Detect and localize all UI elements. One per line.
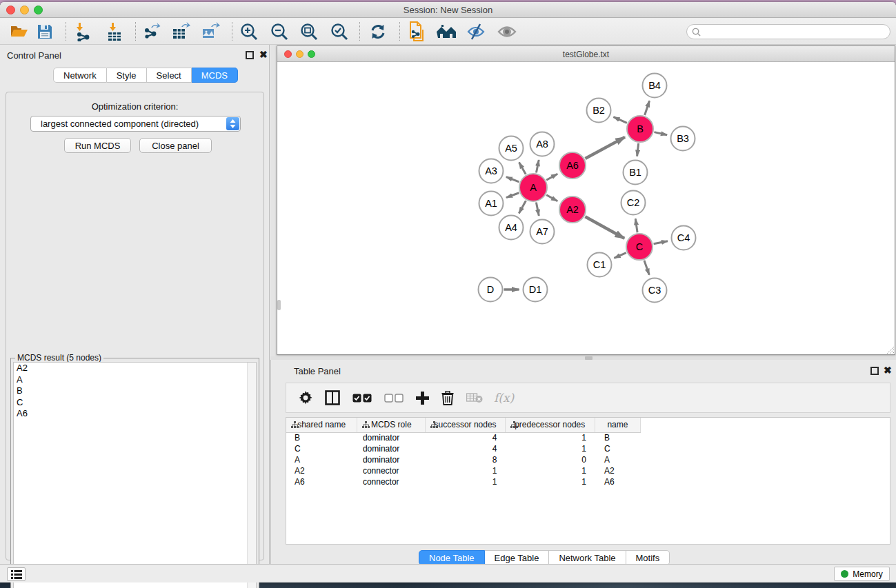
graph-edge-A6-B[interactable]: [585, 137, 625, 159]
close-panel-button[interactable]: Close panel: [139, 138, 212, 153]
graph-node-A8[interactable]: A8: [530, 132, 555, 156]
import-network-icon[interactable]: [73, 21, 95, 42]
add-column-icon[interactable]: [416, 392, 429, 405]
table-row[interactable]: Bdominator41B: [286, 432, 890, 443]
cell-predecessor-nodes[interactable]: 1: [505, 465, 595, 476]
graph-node-A1[interactable]: A1: [479, 192, 504, 216]
select-all-checkboxes-icon[interactable]: [352, 394, 372, 403]
deselect-all-checkboxes-icon[interactable]: [384, 394, 404, 403]
mcds-result-list[interactable]: A2ABCA6: [13, 362, 257, 588]
cell-MCDS-role[interactable]: dominator: [357, 432, 426, 443]
cell-MCDS-role[interactable]: connector: [357, 465, 426, 476]
graph-edge-A-A7[interactable]: [536, 203, 539, 216]
graph-node-B[interactable]: B: [627, 116, 653, 142]
tab-network[interactable]: Network: [53, 68, 107, 83]
graph-node-A2[interactable]: A2: [559, 196, 586, 223]
cell-MCDS-role[interactable]: dominator: [357, 443, 426, 454]
tab-style[interactable]: Style: [107, 68, 147, 83]
cell-successor-nodes[interactable]: 8: [426, 454, 506, 465]
cell-name[interactable]: B: [595, 432, 641, 443]
graph-edge-C-C3[interactable]: [644, 261, 649, 275]
cell-successor-nodes[interactable]: 1: [426, 465, 506, 476]
table-row[interactable]: A2connector11A2: [286, 465, 890, 476]
graph-node-A5[interactable]: A5: [499, 136, 524, 161]
graph-node-A6[interactable]: A6: [559, 152, 586, 179]
cell-name[interactable]: A: [595, 454, 641, 465]
search-field[interactable]: [686, 24, 890, 39]
graph-edge-A-A6[interactable]: [546, 174, 557, 180]
network-vertical-scrollbar[interactable]: [277, 300, 281, 310]
cell-MCDS-role[interactable]: dominator: [357, 454, 426, 465]
graph-edge-B-B4[interactable]: [645, 101, 650, 115]
close-table-panel-icon[interactable]: ✖: [884, 365, 892, 376]
graph-node-B3[interactable]: B3: [671, 127, 695, 151]
window-resize-grip[interactable]: [886, 345, 895, 354]
graph-node-C[interactable]: C: [626, 234, 653, 260]
float-table-panel-icon[interactable]: [870, 367, 879, 375]
column-header-name[interactable]: name: [595, 418, 641, 432]
cell-name[interactable]: C: [595, 443, 641, 454]
tab-edge-table[interactable]: Edge Table: [485, 550, 550, 565]
function-builder-icon[interactable]: f(x): [494, 391, 514, 405]
import-table-icon[interactable]: [104, 21, 126, 42]
graph-edge-A2-C[interactable]: [585, 216, 624, 239]
export-network-icon[interactable]: [141, 21, 163, 42]
cell-predecessor-nodes[interactable]: 1: [505, 432, 595, 443]
graph-node-A7[interactable]: A7: [530, 220, 555, 244]
tab-node-table[interactable]: Node Table: [419, 550, 485, 565]
cell-shared-name[interactable]: B: [286, 432, 357, 443]
cell-name[interactable]: A6: [595, 476, 641, 487]
zoom-out-icon[interactable]: [268, 21, 290, 42]
graph-edge-B-B1[interactable]: [637, 143, 639, 156]
criterion-dropdown[interactable]: largest connected component (directed): [30, 116, 241, 132]
tab-select[interactable]: Select: [147, 68, 192, 83]
delete-column-icon[interactable]: [441, 391, 454, 405]
hide-selected-icon[interactable]: [465, 21, 487, 42]
cell-predecessor-nodes[interactable]: 1: [505, 443, 595, 454]
memory-button[interactable]: Memory: [834, 567, 890, 581]
table-row[interactable]: A6connector11A6: [286, 476, 890, 487]
graph-edge-B-B3[interactable]: [654, 132, 667, 135]
tab-network-table[interactable]: Network Table: [549, 550, 626, 565]
cell-shared-name[interactable]: A2: [286, 465, 357, 476]
cell-shared-name[interactable]: A6: [286, 476, 357, 487]
cell-predecessor-nodes[interactable]: 0: [505, 454, 595, 465]
settings-gear-icon[interactable]: [299, 391, 312, 405]
graph-node-A3[interactable]: A3: [479, 159, 504, 183]
table-row[interactable]: Adominator80A: [286, 454, 890, 465]
float-panel-icon[interactable]: [246, 51, 254, 59]
graph-node-C1[interactable]: C1: [588, 253, 612, 277]
show-column-icon[interactable]: [325, 390, 340, 405]
table-row[interactable]: Cdominator41C: [286, 443, 890, 454]
cell-MCDS-role[interactable]: connector: [357, 476, 426, 487]
graph-node-D[interactable]: D: [479, 278, 503, 302]
run-mcds-button[interactable]: Run MCDS: [64, 138, 131, 153]
column-header-shared-name[interactable]: shared name: [286, 418, 357, 432]
tab-motifs[interactable]: Motifs: [626, 550, 670, 565]
close-panel-icon[interactable]: ✖: [259, 49, 268, 60]
zoom-fit-icon[interactable]: [298, 21, 320, 42]
cell-predecessor-nodes[interactable]: 1: [505, 476, 595, 487]
graph-edge-A-A1[interactable]: [506, 193, 519, 198]
refresh-icon[interactable]: [367, 21, 389, 42]
graph-node-B1[interactable]: B1: [624, 161, 648, 185]
graph-edge-A-A4[interactable]: [519, 201, 526, 213]
graph-node-A[interactable]: A: [519, 174, 547, 201]
graph-edge-B-B2[interactable]: [613, 117, 626, 123]
column-header-MCDS-role[interactable]: MCDS role: [357, 418, 426, 432]
graph-edge-C-C1[interactable]: [614, 253, 626, 258]
open-file-icon[interactable]: [8, 21, 30, 42]
delete-table-icon[interactable]: [466, 392, 483, 403]
cell-successor-nodes[interactable]: 1: [426, 476, 506, 487]
graph-node-C2[interactable]: C2: [621, 191, 646, 215]
new-network-from-selection-icon[interactable]: [406, 21, 428, 42]
graph-node-C4[interactable]: C4: [672, 226, 696, 250]
graph-edge-A-A3[interactable]: [506, 177, 519, 182]
graph-node-C3[interactable]: C3: [643, 278, 667, 303]
cell-shared-name[interactable]: A: [286, 454, 357, 465]
result-scrollbar[interactable]: [247, 363, 256, 588]
cell-name[interactable]: A2: [595, 465, 641, 476]
graph-edge-C-C4[interactable]: [654, 241, 668, 244]
save-session-icon[interactable]: [34, 21, 56, 42]
task-history-button[interactable]: [7, 567, 26, 581]
